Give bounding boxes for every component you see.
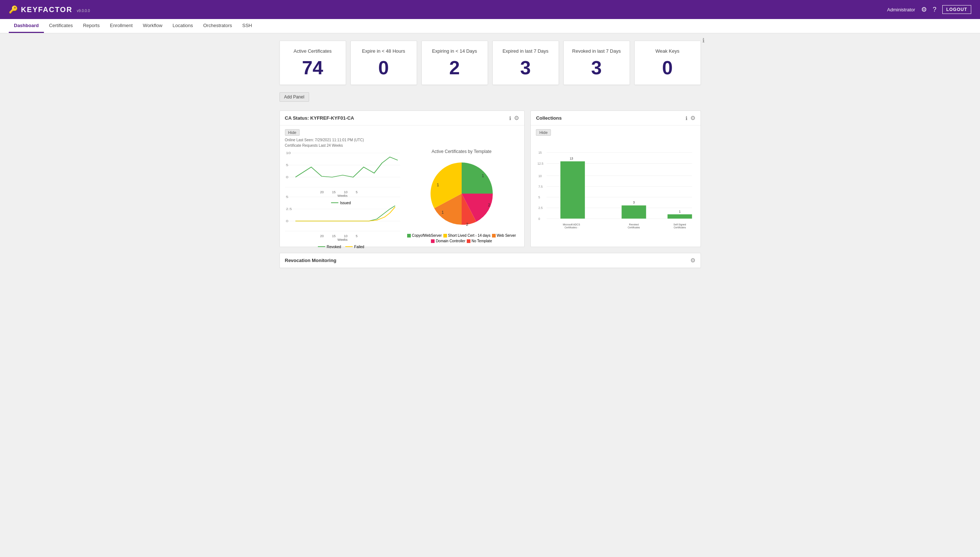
collections-panel: Collections ℹ ⚙ Hide 15 12.5 10 7.5 5 xyxy=(530,111,700,247)
svg-text:Self-Signed: Self-Signed xyxy=(673,223,686,226)
svg-text:13: 13 xyxy=(570,156,574,160)
stat-title-revoked7: Revoked in last 7 Days xyxy=(570,48,624,54)
nav-item-workflow[interactable]: Workflow xyxy=(138,19,167,33)
svg-text:7.5: 7.5 xyxy=(538,185,543,189)
revocation-panel-header: Revocation Monitoring ⚙ xyxy=(280,253,700,268)
ca-online-info: Online Last Seen: 7/29/2021 11:11:01 PM … xyxy=(285,138,520,142)
ca-status-panel: CA Status: KYFREF-KYF01-CA ℹ ⚙ Hide Onli… xyxy=(280,111,525,247)
pie-color-green xyxy=(407,234,411,238)
svg-text:2.5: 2.5 xyxy=(538,206,543,210)
navigation: Dashboard Certificates Reports Enrollmen… xyxy=(0,19,980,33)
svg-text:2.5: 2.5 xyxy=(286,207,291,211)
stat-card-weakkeys: Weak Keys 0 xyxy=(634,41,701,85)
nav-item-dashboard[interactable]: Dashboard xyxy=(9,19,44,33)
stats-row: ℹ Active Certificates 74 Expire in < 48 … xyxy=(280,41,701,85)
collections-gear-icon[interactable]: ⚙ xyxy=(690,114,696,122)
ca-hide-button[interactable]: Hide xyxy=(285,129,300,136)
logo-text: 🔑 KEYFACTOR xyxy=(9,5,72,14)
revocation-gear-icon[interactable]: ⚙ xyxy=(690,257,696,264)
nav-item-certificates[interactable]: Certificates xyxy=(44,19,78,33)
stats-info-icon[interactable]: ℹ xyxy=(702,37,705,44)
ca-cert-requests: Certificate Requests Last 24 Weeks xyxy=(285,143,520,148)
ca-panel-title: CA Status: KYFREF-KYF01-CA xyxy=(285,115,354,121)
logo-name: KEYFACTOR xyxy=(21,5,72,13)
svg-text:12.5: 12.5 xyxy=(538,162,544,165)
nav-item-locations[interactable]: Locations xyxy=(167,19,198,33)
ca-gear-icon[interactable]: ⚙ xyxy=(514,114,519,122)
stat-value-expired7: 3 xyxy=(499,58,553,77)
pie-color-pink xyxy=(431,239,435,243)
revoked-axis-label: Weeks xyxy=(285,238,400,241)
svg-text:Certificates -: Certificates - xyxy=(565,226,579,229)
svg-text:0: 0 xyxy=(286,176,288,179)
stat-title-expired7: Expired in last 7 Days xyxy=(499,48,553,54)
svg-text:0: 0 xyxy=(286,220,288,223)
bar-selfsigned xyxy=(668,215,692,219)
revoked-legend-item: Revoked xyxy=(318,245,341,249)
pie-label-shortlived: Short Lived Cert - 14 days xyxy=(448,233,491,238)
svg-text:10: 10 xyxy=(286,151,291,155)
panels-row: CA Status: KYFREF-KYF01-CA ℹ ⚙ Hide Onli… xyxy=(280,111,701,247)
pie-color-red xyxy=(467,239,470,243)
help-icon[interactable]: ? xyxy=(933,6,936,13)
stat-card-expiring14: Expiring in < 14 Days 2 xyxy=(421,41,488,85)
stat-title-expiring14: Expiring in < 14 Days xyxy=(427,48,482,54)
stat-card-revoked7: Revoked in last 7 Days 3 xyxy=(563,41,630,85)
nav-item-enrollment[interactable]: Enrollment xyxy=(105,19,138,33)
svg-text:Certificates: Certificates xyxy=(674,226,686,229)
svg-text:1: 1 xyxy=(442,210,444,215)
header: 🔑 KEYFACTOR v9.0.0.0 Administrator ⚙ ? L… xyxy=(0,0,980,19)
revoked-chart: 5 2.5 0 20 15 10 xyxy=(285,193,400,233)
nav-item-ssh[interactable]: SSH xyxy=(237,19,257,33)
svg-text:10: 10 xyxy=(538,174,542,178)
main-content: ℹ Active Certificates 74 Expire in < 48 … xyxy=(271,33,710,275)
failed-legend-dot xyxy=(345,246,353,247)
logout-button[interactable]: LOGOUT xyxy=(942,5,971,14)
stat-value-expire48: 0 xyxy=(357,58,411,77)
stat-card-active: Active Certificates 74 xyxy=(280,41,346,85)
pie-chart-title: Active Certificates by Template xyxy=(404,149,519,154)
pie-label-domaincontroller: Domain Controller xyxy=(436,239,465,243)
svg-text:5: 5 xyxy=(538,195,540,199)
pie-label-webserver: Web Server xyxy=(497,233,516,238)
stat-card-expire48: Expire in < 48 Hours 0 xyxy=(351,41,417,85)
bar-chart-area: 15 12.5 10 7.5 5 2.5 0 xyxy=(536,138,695,241)
collections-bar-chart-svg: 15 12.5 10 7.5 5 2.5 0 xyxy=(536,142,695,237)
svg-text:1: 1 xyxy=(482,173,484,178)
ca-panel-body: Hide Online Last Seen: 7/29/2021 11:11:0… xyxy=(280,125,525,247)
pie-chart-section: Active Certificates by Template xyxy=(404,149,519,243)
pie-legend-domaincontroller: Domain Controller xyxy=(431,239,465,243)
bar-adcs xyxy=(561,161,585,218)
svg-text:5: 5 xyxy=(286,164,288,167)
issued-chart-svg: 10 5 0 xyxy=(285,149,400,189)
pie-legend-webserver: Web Server xyxy=(492,233,516,238)
issued-chart: 10 5 0 20 15 10 5 xyxy=(285,149,400,189)
pie-legend-notemplate: No Template xyxy=(467,239,492,243)
bar-revoked xyxy=(622,205,646,218)
stat-value-expiring14: 2 xyxy=(427,58,482,77)
revoked-x-axis: 20 15 10 5 xyxy=(285,234,400,238)
collections-panel-title: Collections xyxy=(536,115,562,121)
revoked-chart-svg: 5 2.5 0 xyxy=(285,193,400,233)
collections-hide-button[interactable]: Hide xyxy=(536,129,551,136)
ca-info-icon[interactable]: ℹ xyxy=(509,115,511,121)
stat-title-active: Active Certificates xyxy=(286,48,340,54)
svg-text:15: 15 xyxy=(538,151,542,155)
pie-color-orange xyxy=(492,234,496,238)
logo-version: v9.0.0.0 xyxy=(77,9,90,13)
revocation-panel-title: Revocation Monitoring xyxy=(285,257,336,263)
svg-text:5: 5 xyxy=(286,195,288,199)
logo-key-icon: 🔑 xyxy=(9,5,18,13)
svg-text:Revoked: Revoked xyxy=(629,223,639,226)
pie-legend-shortlived: Short Lived Cert - 14 days xyxy=(444,233,491,238)
collections-info-icon[interactable]: ℹ xyxy=(686,115,687,121)
pie-label-notemplate: No Template xyxy=(471,239,492,243)
add-panel-button[interactable]: Add Panel xyxy=(280,92,309,102)
nav-item-reports[interactable]: Reports xyxy=(78,19,105,33)
svg-text:1: 1 xyxy=(437,182,439,187)
header-right: Administrator ⚙ ? LOGOUT xyxy=(887,5,971,14)
settings-icon[interactable]: ⚙ xyxy=(921,5,927,13)
nav-item-orchestrators[interactable]: Orchestrators xyxy=(198,19,237,33)
stat-title-expire48: Expire in < 48 Hours xyxy=(357,48,411,54)
line-charts: 10 5 0 20 15 10 5 xyxy=(285,149,400,233)
